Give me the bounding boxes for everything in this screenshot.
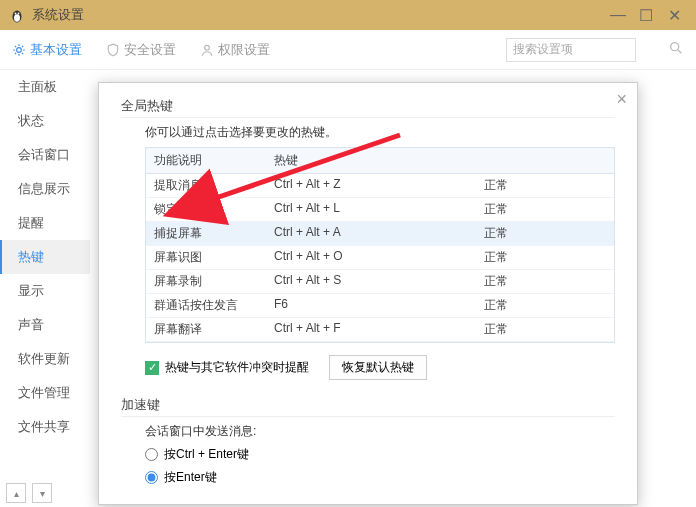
conflict-row: ✓热键与其它软件冲突时提醒 恢复默认热键 (145, 355, 615, 380)
table-row[interactable]: 屏幕识图Ctrl + Alt + O正常 (146, 246, 614, 270)
radio-ctrl-enter[interactable]: 按Ctrl + Enter键 (145, 446, 615, 463)
accel-title: 加速键 (121, 396, 615, 417)
table-row[interactable]: 屏幕翻译Ctrl + Alt + F正常 (146, 318, 614, 342)
svg-point-3 (18, 13, 20, 15)
table-row[interactable]: 屏幕录制Ctrl + Alt + S正常 (146, 270, 614, 294)
radio-input-1[interactable] (145, 448, 158, 461)
col-status (476, 148, 614, 173)
table-header: 功能说明 热键 (146, 148, 614, 174)
hotkey-table: 功能说明 热键 提取消息Ctrl + Alt + Z正常 锁定QQCtrl + … (145, 147, 615, 343)
close-window-button[interactable]: ✕ (660, 6, 688, 25)
send-label: 会话窗口中发送消息: (145, 423, 615, 440)
svg-point-2 (15, 13, 17, 15)
titlebar: 系统设置 — ☐ ✕ (0, 0, 696, 30)
window-title: 系统设置 (32, 6, 84, 24)
table-row[interactable]: 锁定QQCtrl + Alt + L正常 (146, 198, 614, 222)
app-icon (8, 6, 26, 24)
radio-label: 按Enter键 (164, 469, 217, 486)
radio-label: 按Ctrl + Enter键 (164, 446, 249, 463)
conflict-label: 热键与其它软件冲突时提醒 (165, 360, 309, 374)
hotkey-modal: × 全局热键 你可以通过点击选择要更改的热键。 功能说明 热键 提取消息Ctrl… (98, 82, 638, 505)
table-row[interactable]: 提取消息Ctrl + Alt + Z正常 (146, 174, 614, 198)
accel-section: 加速键 会话窗口中发送消息: 按Ctrl + Enter键 按Enter键 (121, 396, 615, 486)
close-icon[interactable]: × (616, 89, 627, 110)
radio-enter[interactable]: 按Enter键 (145, 469, 615, 486)
global-hotkey-hint: 你可以通过点击选择要更改的热键。 (145, 124, 615, 141)
col-function: 功能说明 (146, 148, 266, 173)
modal-mask: × 全局热键 你可以通过点击选择要更改的热键。 功能说明 热键 提取消息Ctrl… (0, 30, 696, 507)
conflict-checkbox[interactable]: ✓热键与其它软件冲突时提醒 (145, 359, 309, 376)
table-row[interactable]: 捕捉屏幕Ctrl + Alt + A正常 (146, 222, 614, 246)
col-hotkey: 热键 (266, 148, 476, 173)
maximize-button[interactable]: ☐ (632, 6, 660, 25)
radio-input-2[interactable] (145, 471, 158, 484)
global-hotkey-title: 全局热键 (121, 97, 615, 118)
table-row[interactable]: 群通话按住发言F6正常 (146, 294, 614, 318)
minimize-button[interactable]: — (604, 6, 632, 24)
svg-point-1 (14, 14, 20, 22)
check-icon: ✓ (145, 361, 159, 375)
restore-default-button[interactable]: 恢复默认热键 (329, 355, 427, 380)
